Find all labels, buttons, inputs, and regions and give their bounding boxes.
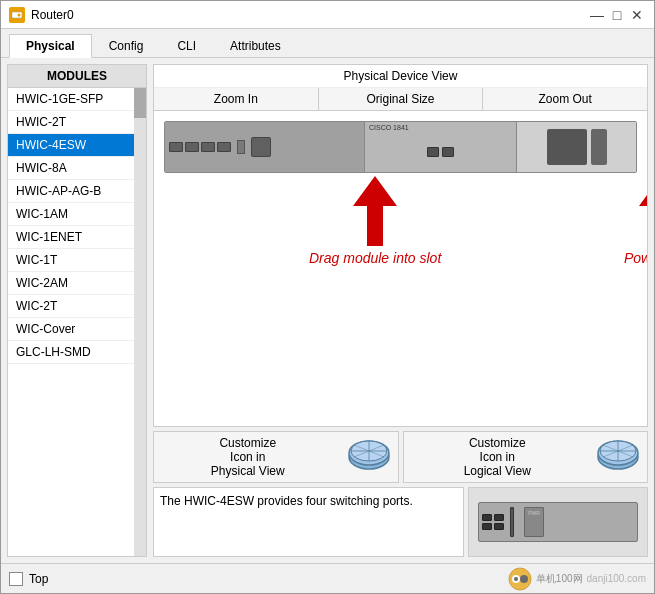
- customize-logical-block[interactable]: CustomizeIcon inLogical View: [403, 431, 649, 483]
- module-hwic-4esw[interactable]: HWIC-4ESW: [8, 134, 134, 157]
- svg-point-18: [520, 575, 528, 583]
- watermark-text: 单机100网: [536, 572, 583, 586]
- router-icon: [9, 7, 25, 23]
- watermark: 单机100网 danji100.com: [508, 567, 646, 591]
- mid-port-1: [427, 147, 439, 157]
- mini-port-b: [482, 523, 492, 530]
- modules-header: MODULES: [8, 65, 146, 88]
- device-view-title: Physical Device View: [154, 65, 647, 88]
- mini-router-image: PWR: [478, 502, 638, 542]
- router-port-2: [185, 142, 199, 152]
- mini-port-group: [482, 514, 492, 530]
- minimize-button[interactable]: —: [588, 6, 606, 24]
- info-text-box: The HWIC-4ESW provides four switching po…: [153, 487, 464, 557]
- mini-port-labels: PWR: [525, 510, 543, 516]
- maximize-button[interactable]: □: [608, 6, 626, 24]
- top-label: Top: [29, 572, 48, 586]
- title-controls: — □ ✕: [588, 6, 646, 24]
- mini-port-c: [494, 514, 504, 521]
- tab-bar: Physical Config CLI Attributes: [1, 29, 654, 58]
- drag-arrow-head: [353, 176, 397, 206]
- drag-arrow-shaft: [367, 206, 383, 246]
- logical-router-icon: [593, 437, 643, 477]
- tab-attributes[interactable]: Attributes: [213, 34, 298, 58]
- module-wic-1am[interactable]: WIC-1AM: [8, 203, 134, 226]
- info-image-box: PWR: [468, 487, 648, 557]
- router-left-section: [165, 122, 365, 172]
- router-module-slot: [251, 137, 271, 157]
- info-row: The HWIC-4ESW provides four switching po…: [153, 487, 648, 557]
- svg-point-1: [18, 13, 21, 16]
- power-arrow-head: [639, 176, 647, 206]
- info-description: The HWIC-4ESW provides four switching po…: [160, 494, 413, 508]
- customize-logical-label: CustomizeIcon inLogical View: [408, 436, 588, 478]
- module-glc-lh-smd[interactable]: GLC-LH-SMD: [8, 341, 134, 364]
- zoom-out-button[interactable]: Zoom Out: [483, 88, 647, 110]
- customize-row: CustomizeIcon inPhysical View Custo: [153, 431, 648, 483]
- router-device-image: CISCO 1841: [164, 121, 637, 173]
- router-port-1: [169, 142, 183, 152]
- customize-physical-label: CustomizeIcon inPhysical View: [158, 436, 338, 478]
- router-right-section: [516, 122, 636, 172]
- bottom-section: CustomizeIcon inPhysical View Custo: [153, 431, 648, 557]
- module-hwic-ap-ag-b[interactable]: HWIC-AP-AG-B: [8, 180, 134, 203]
- mini-port-d: [494, 523, 504, 530]
- physical-router-icon: [344, 437, 394, 477]
- power-block: [547, 129, 587, 165]
- drag-annotation-text: Drag module into slot: [309, 250, 441, 266]
- router-port-3: [201, 142, 215, 152]
- drag-annotation: Drag module into slot: [309, 176, 441, 266]
- power-annotation: Power is off: [624, 176, 647, 266]
- scrollbar-thumb: [134, 88, 146, 118]
- physical-device-view: Physical Device View Zoom In Original Si…: [153, 64, 648, 427]
- title-bar-left: Router0: [9, 7, 74, 23]
- title-bar: Router0 — □ ✕: [1, 1, 654, 29]
- window-title: Router0: [31, 8, 74, 22]
- top-checkbox[interactable]: [9, 572, 23, 586]
- right-panel: Physical Device View Zoom In Original Si…: [153, 64, 648, 557]
- original-size-button[interactable]: Original Size: [319, 88, 484, 110]
- module-wic-1t[interactable]: WIC-1T: [8, 249, 134, 272]
- module-hwic-1ge-sfp[interactable]: HWIC-1GE-SFP: [8, 88, 134, 111]
- mini-port-a: [482, 514, 492, 521]
- router-right-module: [591, 129, 607, 165]
- router-middle-ports: [427, 147, 454, 157]
- mini-router-ports: PWR: [482, 507, 544, 537]
- module-wic-1enet[interactable]: WIC-1ENET: [8, 226, 134, 249]
- device-canvas: CISCO 1841: [154, 111, 647, 426]
- modules-panel: MODULES HWIC-1GE-SFP HWIC-2T HWIC-4ESW H…: [7, 64, 147, 557]
- customize-physical-block[interactable]: CustomizeIcon inPhysical View: [153, 431, 399, 483]
- modules-list-container: HWIC-1GE-SFP HWIC-2T HWIC-4ESW HWIC-8A H…: [8, 88, 146, 556]
- modules-scrollbar[interactable]: [134, 88, 146, 556]
- tab-physical[interactable]: Physical: [9, 34, 92, 58]
- watermark-icon: [508, 567, 532, 591]
- module-wic-cover[interactable]: WIC-Cover: [8, 318, 134, 341]
- module-hwic-8a[interactable]: HWIC-8A: [8, 157, 134, 180]
- module-hwic-2t[interactable]: HWIC-2T: [8, 111, 134, 134]
- tab-config[interactable]: Config: [92, 34, 161, 58]
- drag-arrow: [353, 176, 397, 246]
- content-area: MODULES HWIC-1GE-SFP HWIC-2T HWIC-4ESW H…: [1, 58, 654, 563]
- close-button[interactable]: ✕: [628, 6, 646, 24]
- watermark-site: danji100.com: [587, 573, 646, 584]
- mini-port-group-2: [494, 514, 504, 530]
- router-model-label: CISCO 1841: [369, 124, 409, 131]
- router-port-4: [217, 142, 231, 152]
- mid-port-2: [442, 147, 454, 157]
- modules-list: HWIC-1GE-SFP HWIC-2T HWIC-4ESW HWIC-8A H…: [8, 88, 134, 556]
- power-arrow: [639, 176, 647, 246]
- power-annotation-text: Power is off: [624, 250, 647, 266]
- bottom-bar: Top 单机100网 danji100.com: [1, 563, 654, 593]
- main-window: Router0 — □ ✕ Physical Config CLI Attrib…: [0, 0, 655, 594]
- zoom-in-button[interactable]: Zoom In: [154, 88, 319, 110]
- router-middle-section: CISCO 1841: [365, 122, 516, 172]
- mini-router-end: PWR: [524, 507, 544, 537]
- tab-cli[interactable]: CLI: [160, 34, 213, 58]
- zoom-controls: Zoom In Original Size Zoom Out: [154, 88, 647, 111]
- module-wic-2am[interactable]: WIC-2AM: [8, 272, 134, 295]
- router-icon-svg: [11, 9, 23, 21]
- router-slot-indicator: [237, 140, 245, 154]
- mini-slot-indicator: [510, 507, 514, 537]
- svg-point-19: [514, 577, 518, 581]
- module-wic-2t[interactable]: WIC-2T: [8, 295, 134, 318]
